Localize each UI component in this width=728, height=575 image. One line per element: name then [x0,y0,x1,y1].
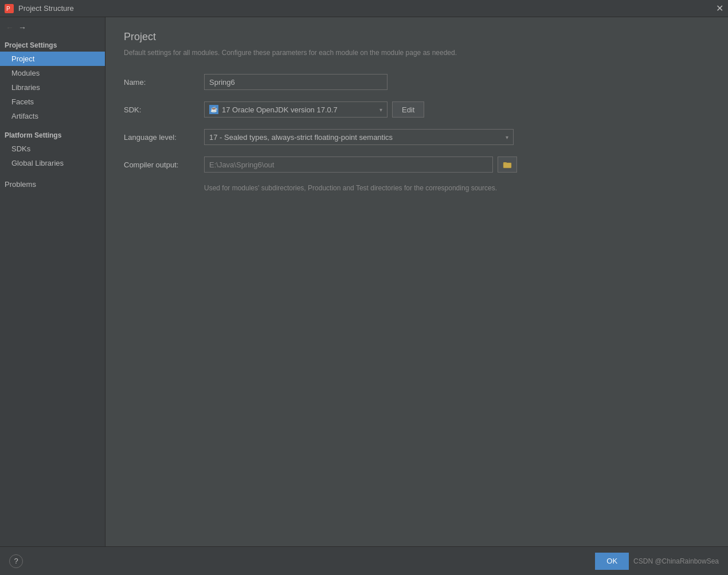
language-level-label: Language level: [124,133,204,142]
sidebar-item-facets[interactable]: Facets [0,95,105,109]
sdk-label: SDK: [124,105,204,114]
language-level-row: Language level: 17 - Sealed types, alway… [124,129,710,145]
watermark-text: CSDN @ChinaRainbowSea [633,557,719,565]
title-bar: P Project Structure ✕ [0,0,728,17]
sidebar-item-libraries[interactable]: Libraries [0,80,105,95]
sidebar-item-problems[interactable]: Problems [0,177,105,191]
sidebar-item-project[interactable]: Project [0,52,105,66]
content-area: Project Default settings for all modules… [105,17,728,575]
bottom-bar: ? OK CSDN @ChinaRainbowSea [0,546,728,575]
app-icon: P [5,4,14,13]
sidebar-item-artifacts[interactable]: Artifacts [0,109,105,123]
sdk-chevron-icon: ▾ [379,107,382,113]
forward-button[interactable]: → [17,23,28,32]
window-title: Project Structure [18,4,74,13]
language-chevron-icon: ▾ [506,134,508,140]
sidebar-divider [0,123,105,128]
name-row: Name: [124,74,710,90]
sdk-value: 17 Oracle OpenJDK version 17.0.7 [222,105,338,114]
sidebar: ← → Project Settings Project Modules Lib… [0,17,105,575]
help-button[interactable]: ? [9,554,23,568]
language-level-value: 17 - Sealed types, always-strict floatin… [209,133,393,142]
language-level-dropdown[interactable]: 17 - Sealed types, always-strict floatin… [204,129,514,145]
sidebar-item-sdks[interactable]: SDKs [0,142,105,156]
folder-icon [503,160,512,169]
page-description: Default settings for all modules. Config… [124,48,710,58]
name-label: Name: [124,78,204,87]
main-layout: ← → Project Settings Project Modules Lib… [0,17,728,575]
sdk-icon: ☕ [209,105,218,114]
edit-sdk-button[interactable]: Edit [392,101,424,118]
project-settings-label: Project Settings [0,38,105,52]
platform-settings-label: Platform Settings [0,128,105,142]
close-button[interactable]: ✕ [716,3,723,14]
sidebar-divider2 [0,170,105,175]
sdk-row: SDK: ☕ 17 Oracle OpenJDK version 17.0.7 … [124,101,710,118]
back-button[interactable]: ← [5,23,15,32]
compiler-output-label: Compiler output: [124,161,204,169]
sidebar-item-global-libraries[interactable]: Global Libraries [0,156,105,170]
browse-folder-button[interactable] [498,157,517,173]
nav-arrows: ← → [0,19,105,38]
name-input[interactable] [204,74,388,90]
sdk-dropdown[interactable]: ☕ 17 Oracle OpenJDK version 17.0.7 ▾ [204,101,388,118]
compiler-output-hint: Used for modules' subdirectories, Produc… [204,184,710,192]
svg-text:P: P [6,6,10,12]
page-title: Project [124,31,710,43]
ok-button[interactable]: OK [595,553,629,570]
svg-rect-3 [503,162,507,164]
compiler-output-input[interactable] [204,157,493,173]
sidebar-item-modules[interactable]: Modules [0,66,105,80]
compiler-output-row: Compiler output: [124,157,710,173]
